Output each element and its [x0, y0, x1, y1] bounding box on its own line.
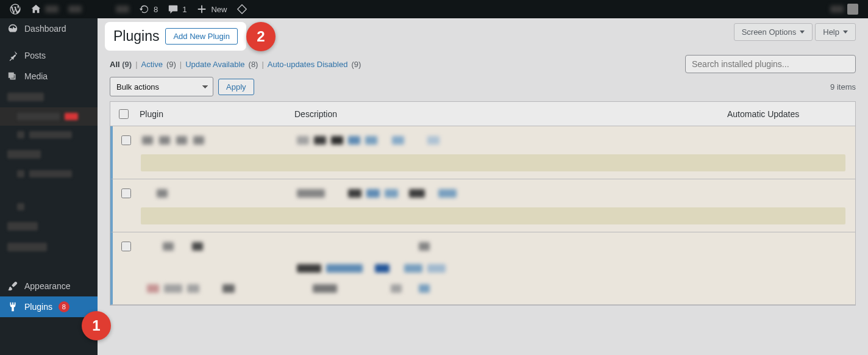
site-home-link[interactable] [26, 0, 63, 18]
sidebar-subitem-blurred[interactable] [0, 165, 98, 183]
filter-label: Active [141, 60, 163, 69]
search-input[interactable] [685, 55, 856, 73]
blurred-text [193, 136, 204, 145]
blurred-text [385, 189, 398, 198]
blurred-text [157, 189, 168, 198]
wp-logo-menu[interactable] [5, 0, 26, 18]
col-header-autoupdates[interactable]: Automatic Updates [727, 109, 855, 119]
filter-label: Auto-updates Disabled [268, 60, 348, 69]
update-icon [139, 4, 150, 15]
blurred-text [45, 5, 59, 13]
sidebar-item-label: Dashboard [24, 24, 66, 34]
blurred-text [222, 284, 235, 293]
sidebar-subitem-blurred[interactable] [0, 107, 98, 126]
blurred-text [159, 136, 170, 145]
sidebar-item-blurred[interactable] [0, 144, 98, 165]
sidebar-item-media[interactable]: Media [0, 66, 98, 87]
sidebar-item-blurred[interactable] [0, 216, 98, 237]
blurred-text [142, 136, 153, 145]
blurred-item[interactable] [111, 0, 134, 18]
sidebar-item-label: Appearance [24, 281, 71, 291]
title-panel: Plugins Add New Plugin [106, 23, 245, 49]
diamond-icon [237, 4, 247, 15]
home-icon [30, 4, 41, 15]
filter-label: All [110, 60, 120, 69]
sidebar-item-plugins[interactable]: Plugins 8 [0, 296, 98, 317]
blurred-text [419, 242, 430, 251]
updates-link[interactable]: 8 [134, 0, 163, 18]
blurred-text [392, 136, 404, 145]
avatar [847, 4, 858, 15]
new-content-link[interactable]: New [191, 0, 232, 18]
caret-down-icon [843, 30, 848, 34]
sidebar-item-label: Media [24, 71, 48, 81]
updates-count: 8 [154, 5, 158, 14]
filter-update-available[interactable]: Update Available [185, 60, 244, 69]
bulk-action-select[interactable]: Bulk actions [110, 77, 213, 96]
blurred-text [314, 136, 326, 145]
comments-count: 1 [182, 5, 187, 14]
blurred-text [438, 189, 457, 198]
callout-2: 2 [246, 22, 276, 51]
col-header-description: Description [294, 109, 727, 119]
sidebar-item-blurred[interactable] [0, 87, 98, 107]
blurred-text [404, 264, 422, 273]
add-new-plugin-button[interactable]: Add New Plugin [165, 28, 238, 45]
row-checkbox[interactable] [121, 188, 131, 198]
extra-menu[interactable] [232, 0, 252, 18]
sidebar-item-dashboard[interactable]: Dashboard [0, 18, 98, 39]
apply-button[interactable]: Apply [218, 79, 254, 95]
sidebar-item-label: Posts [24, 51, 46, 60]
admin-bar: 8 1 New [0, 0, 868, 18]
sidebar-item-appearance[interactable]: Appearance [0, 276, 98, 296]
blurred-text [391, 284, 402, 293]
blurred-text [147, 284, 159, 293]
table-header: Plugin Description Automatic Updates [110, 102, 855, 126]
dashboard-icon [7, 23, 18, 34]
plugin-icon [7, 301, 18, 312]
blurred-text [187, 284, 199, 293]
help-toggle[interactable]: Help [815, 23, 856, 41]
blurred-text [297, 189, 325, 198]
blurred-text [409, 189, 425, 198]
blurred-text [348, 136, 360, 145]
blurred-text [164, 284, 182, 293]
sidebar-item-blurred[interactable] [0, 237, 98, 257]
admin-sidebar: Dashboard Posts Media Appearance Plugins… [0, 18, 98, 355]
filter-autoupdate-disabled[interactable]: Auto-updates Disabled [268, 60, 348, 69]
row-checkbox[interactable] [121, 135, 131, 145]
blurred-text [297, 136, 309, 145]
page-title: Plugins [113, 28, 159, 45]
filter-all[interactable]: All (9) [110, 60, 132, 69]
site-name-link[interactable] [63, 0, 87, 18]
blurred-text [365, 136, 377, 145]
filter-count: (9) [166, 60, 176, 69]
screen-options-toggle[interactable]: Screen Options [734, 23, 813, 41]
sidebar-item-posts[interactable]: Posts [0, 45, 98, 66]
plus-icon [196, 4, 207, 15]
select-all-checkbox[interactable] [119, 109, 129, 119]
callout-1: 1 [82, 311, 111, 340]
user-menu[interactable] [825, 0, 863, 18]
sidebar-subitem-blurred[interactable] [0, 198, 98, 216]
pin-icon [7, 50, 18, 61]
sidebar-subitem-blurred[interactable] [0, 126, 98, 144]
update-notice-bar [141, 207, 845, 224]
table-row [110, 126, 855, 179]
blurred-text [419, 284, 430, 293]
col-header-plugin[interactable]: Plugin [136, 109, 294, 119]
blurred-text [116, 5, 129, 13]
row-checkbox[interactable] [121, 242, 131, 251]
blurred-text [348, 189, 361, 198]
blurred-text [326, 264, 363, 273]
filter-active[interactable]: Active [141, 60, 163, 69]
comments-link[interactable]: 1 [163, 0, 191, 18]
blurred-text [163, 242, 174, 251]
plugins-table: Plugin Description Automatic Updates [110, 101, 856, 306]
table-row [110, 179, 855, 232]
update-badge: 8 [59, 301, 69, 312]
tablenav-top: Bulk actions Apply 9 items [110, 77, 856, 96]
blurred-text [297, 264, 321, 273]
comment-icon [168, 4, 179, 15]
screen-options-label: Screen Options [742, 27, 797, 37]
